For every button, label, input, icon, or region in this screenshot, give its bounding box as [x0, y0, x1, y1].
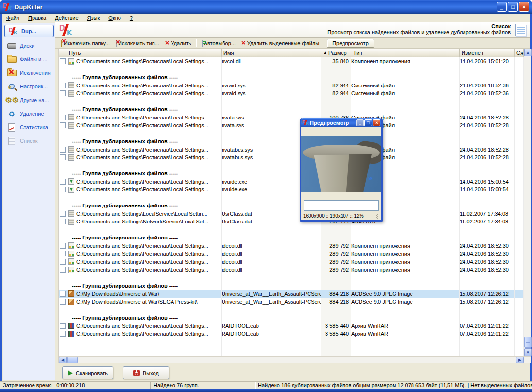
- file-size: 3 585 440: [325, 323, 349, 329]
- menu-help[interactable]: ?: [125, 15, 137, 21]
- menu-edit[interactable]: Правка: [24, 15, 51, 21]
- row-checkbox[interactable]: [60, 83, 66, 88]
- nav-dupkiller[interactable]: DKDup...: [4, 25, 54, 37]
- scan-button[interactable]: Сканировать: [62, 366, 113, 379]
- cell-name: idecoi.dll: [222, 242, 321, 250]
- nav-disks[interactable]: Диски: [3, 39, 55, 52]
- table-row[interactable]: C:\Documents and Settings\Ростислав\Loca…: [59, 121, 524, 130]
- row-checkbox[interactable]: [60, 331, 66, 337]
- toolbar-delete-selected[interactable]: ×Удалить выделенные файлы: [239, 39, 322, 47]
- column-header-size[interactable]: ▲Размер: [321, 49, 351, 57]
- table-row[interactable]: C:\Documents and Settings\NetworkService…: [59, 218, 524, 226]
- toolbar-exclude-type[interactable]: ×Исключить тип...: [113, 39, 162, 47]
- preview-window[interactable]: DK Предпросмотр _ □ × w 1600x900 :: 190x…: [300, 118, 383, 222]
- maximize-button-icon[interactable]: □: [508, 2, 518, 12]
- row-checkbox[interactable]: [60, 211, 66, 217]
- preview-maximize-icon[interactable]: □: [364, 119, 372, 126]
- row-checkbox[interactable]: [60, 122, 66, 128]
- table-row[interactable]: C:\Documents and Settings\Ростислав\Loca…: [59, 250, 524, 258]
- horizontal-scroll-thumb[interactable]: [67, 357, 78, 363]
- row-checkbox[interactable]: [60, 243, 66, 249]
- row-checkbox[interactable]: [60, 58, 66, 64]
- column-header-select[interactable]: [59, 49, 67, 57]
- table-row[interactable]: C:\Documents and Settings\Ростислав\Loca…: [59, 178, 524, 186]
- menu-language[interactable]: Язык: [83, 15, 104, 21]
- table-row[interactable]: C:\Documents and Settings\Ростислав\Loca…: [59, 146, 524, 154]
- table-row[interactable]: C:\Documents and Settings\Ростислав\Loca…: [59, 186, 524, 194]
- table-row[interactable]: C:\Documents and Settings\Ростислав\Loca…: [59, 266, 524, 274]
- toolbar-autoselect[interactable]: Автовыбор...: [199, 39, 239, 47]
- toolbar-delete[interactable]: ×Удалить: [162, 39, 194, 47]
- cell-path: C:\Documents and Settings\Ростислав\Loca…: [67, 266, 222, 274]
- column-header-path[interactable]: Путь: [67, 49, 222, 57]
- preview-image-info: 1600x900 :: 190x107 :: 12%: [303, 213, 364, 219]
- table-row[interactable]: C:\Documents and Settings\Ростислав\Loca…: [59, 153, 524, 162]
- preview-comment-box[interactable]: [304, 200, 379, 211]
- row-checkbox[interactable]: [60, 154, 66, 160]
- cell-select: [59, 258, 67, 266]
- vertical-scrollbar[interactable]: ▲ ▼: [524, 49, 531, 356]
- nav-other[interactable]: ⚙⚙Другие на...: [3, 93, 55, 107]
- close-button-icon[interactable]: ×: [519, 2, 529, 12]
- table-row[interactable]: C:\Documents and Settings\Ростислав\Loca…: [59, 57, 524, 66]
- row-checkbox[interactable]: [60, 291, 66, 297]
- preview-resize-grip[interactable]: [376, 214, 381, 219]
- row-checkbox[interactable]: [60, 219, 66, 224]
- exit-button[interactable]: Выход: [123, 366, 169, 379]
- nav-list[interactable]: Список: [3, 134, 55, 148]
- minimize-button-icon[interactable]: _: [497, 2, 507, 12]
- nav-settings[interactable]: Настройк...: [3, 80, 55, 93]
- nav-deletion[interactable]: ♻Удаление: [3, 107, 55, 120]
- table-row[interactable]: C:\Documents and Settings\Ростислав\Loca…: [59, 82, 524, 90]
- file-path: C:\Documents and Settings\Ростислав\Loca…: [76, 179, 208, 185]
- row-checkbox[interactable]: [60, 115, 66, 120]
- nav-statistics[interactable]: Статистика: [3, 120, 55, 134]
- scroll-right-icon[interactable]: ▶: [516, 357, 524, 363]
- vertical-scroll-thumb[interactable]: [524, 337, 532, 348]
- menu-window[interactable]: Окно: [104, 15, 125, 21]
- row-checkbox[interactable]: [60, 259, 66, 265]
- row-checkbox[interactable]: [60, 299, 66, 305]
- row-checkbox[interactable]: [60, 90, 66, 96]
- preview-close-icon[interactable]: ×: [373, 119, 380, 126]
- table-row[interactable]: C:\Documents and Settings\Ростислав\Loca…: [59, 322, 524, 330]
- cell-size: 3 585 440: [321, 330, 351, 338]
- toolbar-preview-toggle[interactable]: Предпросмотр: [327, 39, 374, 48]
- table-row[interactable]: C:\Documents and Settings\Ростислав\Loca…: [59, 330, 524, 338]
- preview-title-bar[interactable]: DK Предпросмотр _ □ ×: [301, 118, 381, 127]
- column-header-name[interactable]: Имя: [222, 49, 321, 57]
- preview-minimize-icon[interactable]: _: [356, 119, 364, 126]
- cab-file-icon: [68, 323, 74, 329]
- toolbar-item-label: Удалить выделенные файлы: [247, 40, 319, 46]
- group-header-label: ----- Группа дублированных файлов -----: [67, 106, 178, 112]
- file-modified: 24.04.2006 18:52:36: [460, 90, 509, 96]
- table-row[interactable]: C:\Documents and Settings\Ростислав\Loca…: [59, 89, 524, 98]
- scroll-left-icon[interactable]: ◀: [59, 357, 67, 363]
- toolbar-exclude-folder[interactable]: ×Исключить папку...: [58, 39, 113, 47]
- scroll-down-icon[interactable]: ▼: [524, 348, 532, 356]
- table-row[interactable]: C:\Documents and Settings\Ростислав\Loca…: [59, 242, 524, 250]
- table-row[interactable]: C:\My Downloads\Universe at War\Universe…: [59, 290, 524, 298]
- menu-action[interactable]: Действие: [51, 15, 83, 21]
- row-checkbox[interactable]: [60, 251, 66, 256]
- column-header-modified[interactable]: Изменен: [460, 49, 515, 57]
- column-header-compressed[interactable]: Сж: [515, 49, 524, 57]
- column-header-type[interactable]: Тип: [351, 49, 460, 57]
- row-checkbox[interactable]: [60, 267, 66, 273]
- table-row[interactable]: C:\Documents and Settings\LocalService\L…: [59, 210, 524, 218]
- toolbar-separator: [196, 39, 197, 47]
- row-checkbox[interactable]: [60, 147, 66, 153]
- row-checkbox[interactable]: [60, 179, 66, 185]
- nav-files[interactable]: Файлы и ...: [3, 52, 55, 66]
- row-checkbox[interactable]: [60, 323, 66, 329]
- title-bar[interactable]: DK DupKiller _ □ ×: [0, 0, 532, 14]
- table-row[interactable]: C:\Documents and Settings\Ростислав\Loca…: [59, 258, 524, 266]
- cell-size: 82 944: [321, 82, 351, 90]
- nav-exclusions[interactable]: Исключения: [3, 66, 55, 80]
- table-row[interactable]: C:\Documents and Settings\Ростислав\Loca…: [59, 114, 524, 122]
- row-checkbox[interactable]: [60, 187, 66, 192]
- menu-file[interactable]: Файл: [2, 15, 24, 21]
- scroll-up-icon[interactable]: ▲: [524, 49, 532, 56]
- horizontal-scrollbar[interactable]: ◀ ▶: [59, 356, 531, 363]
- table-row[interactable]: C:\My Downloads\Universe at War\SEGA Pre…: [59, 298, 524, 306]
